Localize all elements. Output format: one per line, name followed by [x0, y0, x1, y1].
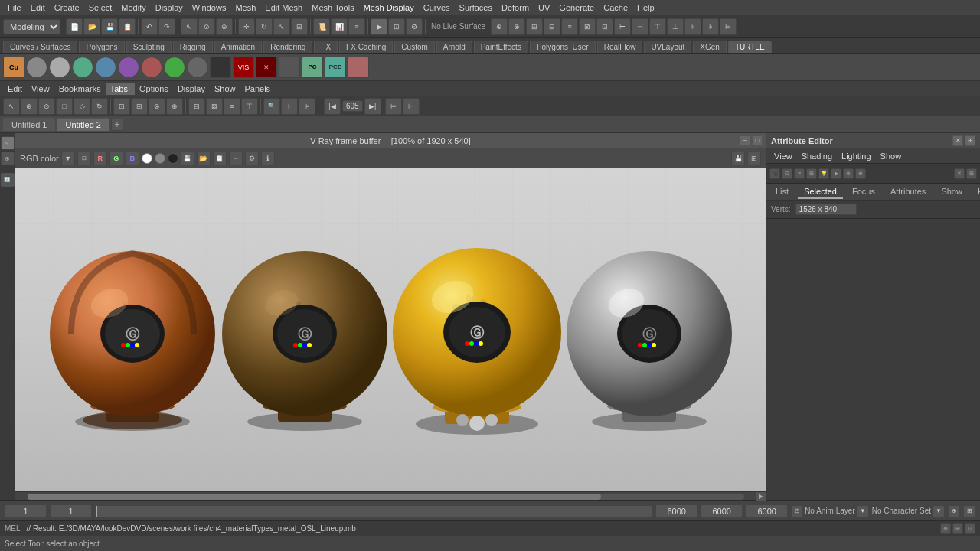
menu-generate[interactable]: Generate — [554, 2, 599, 14]
shelf-tab-curves[interactable]: Curves / Surfaces — [3, 41, 77, 53]
render-btn[interactable]: ▶ — [371, 18, 387, 35]
tb2-frame-next[interactable]: ▶| — [364, 98, 381, 115]
attr-iso-icon[interactable]: ⊗ — [843, 168, 854, 179]
menu-deform[interactable]: Deform — [497, 2, 534, 14]
attr-menu-shading[interactable]: Shading — [797, 150, 837, 162]
timeline-track[interactable] — [95, 505, 652, 517]
doc-tab-add[interactable]: + — [111, 119, 123, 131]
attr-shd-icon[interactable]: ⊡ — [782, 168, 792, 179]
tb-extra-9[interactable]: ⊣ — [632, 18, 648, 35]
rgb-btn-settings[interactable]: ⚙ — [245, 152, 259, 165]
tb-extra-5[interactable]: ≡ — [561, 18, 578, 35]
tb-extra-13[interactable]: ⊧ — [702, 18, 719, 35]
attr-btn[interactable]: ≡ — [348, 18, 365, 35]
scale-btn[interactable]: ⤡ — [273, 18, 290, 35]
menu2-display[interactable]: Display — [173, 83, 210, 95]
attr-menu-show[interactable]: Show — [876, 150, 906, 162]
rgb-btn-info[interactable]: ℹ — [261, 152, 275, 165]
open-scene-btn[interactable]: 📂 — [83, 18, 100, 35]
rgb-btn-save[interactable]: 💾 — [181, 152, 194, 165]
attr-menu-lighting[interactable]: Lighting — [837, 150, 876, 162]
shelf-icon-2[interactable] — [26, 57, 47, 78]
shelf-icon-9[interactable] — [187, 57, 208, 78]
shelf-tab-xgen[interactable]: XGen — [693, 41, 727, 53]
shelf-tab-turtle[interactable]: TURTLE — [728, 41, 772, 53]
menu-edit-mesh[interactable]: Edit Mesh — [260, 2, 307, 14]
history-btn[interactable]: 📜 — [313, 18, 330, 35]
menu-create[interactable]: Create — [50, 2, 84, 14]
tool-zoom[interactable]: 🔄 — [1, 173, 15, 187]
status-icon-1[interactable]: ⊕ — [940, 523, 951, 534]
menu-curves[interactable]: Curves — [419, 2, 455, 14]
attr-tex-icon[interactable]: ≡ — [794, 168, 805, 179]
menu-mesh-display[interactable]: Mesh Display — [359, 2, 419, 14]
shelf-tab-custom[interactable]: Custom — [394, 41, 434, 53]
doc-tab-1[interactable]: Untitled 1 — [3, 118, 55, 131]
attr-render-icon[interactable]: ▶ — [831, 168, 841, 179]
menu2-bookmarks[interactable]: Bookmarks — [54, 83, 106, 95]
tb2-fit[interactable]: ⊦ — [281, 98, 298, 115]
tb-extra-3[interactable]: ⊞ — [526, 18, 543, 35]
render-globals-btn[interactable]: ⚙ — [406, 18, 423, 35]
rgb-circle-gray[interactable] — [155, 153, 165, 164]
tb2-rot[interactable]: ↻ — [91, 98, 108, 115]
doc-tab-2[interactable]: Untitled 2 — [57, 118, 109, 131]
attr-tab-help[interactable]: Help — [972, 185, 980, 199]
shelf-icon-16[interactable] — [348, 57, 369, 78]
shelf-tab-rig[interactable]: Rigging — [173, 41, 213, 53]
tb-extra-12[interactable]: ⊦ — [684, 18, 701, 35]
attr-tab-show[interactable]: Show — [935, 185, 969, 199]
menu-uv[interactable]: UV — [534, 2, 554, 14]
char-set-expand[interactable]: ▼ — [933, 505, 945, 517]
timeline-btn-extra1[interactable]: ⊕ — [948, 505, 960, 517]
shelf-icon-3[interactable] — [49, 57, 70, 78]
shelf-icon-5[interactable] — [95, 57, 116, 78]
rgb-btn-right-expand[interactable]: ⊞ — [747, 152, 761, 165]
menu-mesh-tools[interactable]: Mesh Tools — [307, 2, 358, 14]
tb2-cam[interactable]: ⊤ — [241, 98, 258, 115]
menu-display[interactable]: Display — [151, 2, 188, 14]
attr-cam-icon[interactable]: 🎥 — [769, 168, 780, 179]
shelf-tab-polyuser[interactable]: Polygons_User — [530, 41, 596, 53]
tb2-paint[interactable]: ⊕ — [21, 98, 38, 115]
tb2-select[interactable]: ↖ — [3, 98, 20, 115]
tb2-lasso[interactable]: ⊙ — [38, 98, 55, 115]
menu-windows[interactable]: Windows — [188, 2, 231, 14]
shelf-icon-15[interactable]: PCB — [325, 57, 346, 78]
shelf-icon-13[interactable] — [279, 57, 300, 78]
rgb-btn-r[interactable]: R — [93, 152, 107, 165]
shelf-tab-uvlayout[interactable]: UVLayout — [644, 41, 691, 53]
ipr-btn[interactable]: ⊡ — [388, 18, 405, 35]
tb-extra-10[interactable]: ⊤ — [649, 18, 666, 35]
shelf-icon-1[interactable]: Cu — [3, 57, 24, 78]
tb2-extra2[interactable]: ⊩ — [403, 98, 420, 115]
attr-expand-btn[interactable]: ⊞ — [965, 135, 975, 146]
tool-select[interactable]: ↖ — [1, 136, 15, 150]
menu2-edit[interactable]: Edit — [3, 83, 27, 95]
attr-tab-selected[interactable]: Selected — [798, 185, 843, 199]
attr-close-btn[interactable]: ✕ — [952, 135, 963, 146]
shelf-tab-paintfx[interactable]: PaintEffects — [474, 41, 528, 53]
render-viewport[interactable]: Ⓖ — [15, 168, 766, 491]
tb2-wire[interactable]: ⊟ — [188, 98, 205, 115]
menu-mesh[interactable]: Mesh — [230, 2, 260, 14]
tb-extra-6[interactable]: ⊠ — [579, 18, 596, 35]
menu2-panels[interactable]: Panels — [240, 83, 275, 95]
menu-modify[interactable]: Modify — [116, 2, 150, 14]
rgb-btn-right-save[interactable]: 💾 — [731, 152, 745, 165]
timeline-current[interactable] — [50, 504, 92, 518]
anim-layer-icon[interactable]: ⊡ — [791, 505, 803, 517]
menu-file[interactable]: File — [3, 2, 26, 14]
tb2-move2[interactable]: ◇ — [74, 98, 90, 115]
tb2-move[interactable]: □ — [56, 98, 73, 115]
rgb-circle-white[interactable] — [142, 153, 152, 164]
menu-surfaces[interactable]: Surfaces — [455, 2, 497, 14]
status-icon-2[interactable]: ⊞ — [952, 523, 963, 534]
rgb-btn-down[interactable]: ▼ — [61, 152, 75, 165]
hscroll-thumb[interactable] — [28, 494, 601, 500]
tb-extra-14[interactable]: ⊨ — [720, 18, 737, 35]
vray-minimize-btn[interactable]: ─ — [740, 135, 750, 146]
undo-btn[interactable]: ↶ — [141, 18, 158, 35]
rgb-btn-g[interactable]: G — [109, 152, 123, 165]
rgb-btn-b[interactable]: B — [126, 152, 139, 165]
